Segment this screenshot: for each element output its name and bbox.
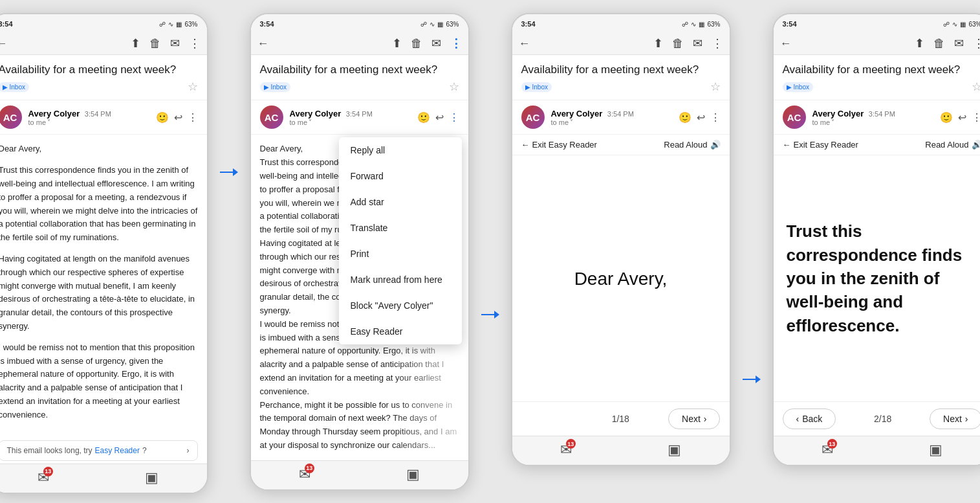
video-nav-icon-3[interactable]: ▣ bbox=[668, 442, 681, 458]
chevron-down-icon-4[interactable]: ˅ bbox=[831, 118, 834, 126]
pagination-counter-4: 2/18 bbox=[874, 414, 891, 424]
next-button-3[interactable]: Next › bbox=[668, 408, 720, 429]
bottom-nav-1: ✉ 13 ▣ bbox=[0, 464, 207, 493]
delete-icon-1[interactable]: 🗑 bbox=[149, 37, 161, 50]
sender-actions-4: 🙂 ↩ ⋮ bbox=[940, 111, 981, 124]
email-header-2: Availability for a meeting next week? ▶ … bbox=[251, 55, 468, 100]
more-icon-3[interactable]: ⋮ bbox=[712, 36, 723, 50]
mail-nav-icon-4[interactable]: ✉ 13 bbox=[822, 442, 833, 458]
archive-icon-4[interactable]: ⬆ bbox=[915, 36, 924, 50]
back-button-2[interactable]: ← bbox=[257, 37, 269, 50]
sender-name-3: Avery Colyer 3:54 PM bbox=[551, 109, 672, 118]
wifi-icon-4: ∿ bbox=[952, 21, 957, 28]
inbox-badge-2: ▶ Inbox bbox=[260, 82, 290, 92]
mail-icon-2[interactable]: ✉ bbox=[431, 36, 441, 50]
menu-item-reply-all[interactable]: Reply all bbox=[339, 137, 462, 163]
star-button-4[interactable]: ☆ bbox=[972, 80, 981, 95]
reply-icon-3[interactable]: ↩ bbox=[697, 111, 705, 124]
mail-nav-icon-3[interactable]: ✉ 13 bbox=[560, 442, 572, 458]
exit-easy-reader-btn-3[interactable]: ← Exit Easy Reader bbox=[521, 140, 597, 150]
more-icon-4[interactable]: ⋮ bbox=[973, 36, 981, 50]
menu-item-translate[interactable]: Translate bbox=[339, 215, 462, 241]
mail-nav-icon-2[interactable]: ✉ 13 bbox=[299, 466, 310, 483]
menu-item-easy-reader[interactable]: Easy Reader bbox=[339, 319, 462, 344]
sender-info-1: Avery Colyer 3:54 PM to me ˅ bbox=[28, 109, 149, 126]
emoji-icon-1[interactable]: 🙂 bbox=[156, 111, 169, 124]
video-nav-icon-2[interactable]: ▣ bbox=[406, 466, 420, 483]
reply-icon-2[interactable]: ↩ bbox=[435, 111, 444, 124]
para-1-1: Trust this correspondence finds you in t… bbox=[0, 164, 198, 245]
delete-icon-2[interactable]: 🗑 bbox=[411, 37, 422, 50]
delete-icon-3[interactable]: 🗑 bbox=[672, 37, 684, 50]
more-icon-sender-3[interactable]: ⋮ bbox=[710, 111, 721, 124]
more-icon-2[interactable]: ⋮ bbox=[450, 36, 462, 50]
reply-icon-1[interactable]: ↩ bbox=[174, 111, 182, 124]
para-4-2: Perchance, might it be possible for us t… bbox=[260, 399, 459, 453]
emoji-icon-2[interactable]: 🙂 bbox=[417, 111, 430, 124]
email-header-1: Availability for a meeting next week? ▶ … bbox=[0, 55, 207, 100]
exit-easy-reader-btn-4[interactable]: ← Exit Easy Reader bbox=[783, 140, 858, 150]
sender-time-2: 3:54 PM bbox=[346, 110, 373, 118]
more-icon-sender-2[interactable]: ⋮ bbox=[449, 111, 459, 124]
time-3: 3:54 bbox=[521, 20, 536, 28]
mail-nav-icon-1[interactable]: ✉ 13 bbox=[38, 469, 49, 486]
arrow-line-3 bbox=[743, 375, 761, 383]
more-icon-1[interactable]: ⋮ bbox=[189, 36, 201, 50]
menu-item-add-star[interactable]: Add star bbox=[339, 189, 462, 215]
sender-name-2: Avery Colyer 3:54 PM bbox=[290, 109, 411, 118]
time-2: 3:54 bbox=[260, 20, 274, 28]
menu-item-mark-unread[interactable]: Mark unread from here bbox=[339, 267, 462, 293]
status-bar-2: 3:54 ☍ ∿ ▦ 63% bbox=[251, 14, 468, 32]
more-icon-sender-1[interactable]: ⋮ bbox=[188, 111, 198, 124]
chevron-down-icon-1[interactable]: ˅ bbox=[47, 118, 50, 126]
back-button-4[interactable]: ← bbox=[780, 37, 792, 50]
inbox-arrow-icon-2: ▶ bbox=[264, 83, 269, 91]
star-button-1[interactable]: ☆ bbox=[188, 80, 198, 95]
mail-icon-3[interactable]: ✉ bbox=[693, 36, 702, 50]
more-icon-sender-4[interactable]: ⋮ bbox=[972, 111, 981, 124]
emoji-icon-3[interactable]: 🙂 bbox=[679, 111, 691, 124]
mail-icon-4[interactable]: ✉ bbox=[954, 36, 964, 50]
notif-badge-2: 13 bbox=[305, 464, 314, 473]
easy-reader-banner-1[interactable]: This email looks long, try Easy Reader ?… bbox=[0, 440, 198, 461]
sender-time-3: 3:54 PM bbox=[607, 110, 634, 118]
chevron-down-icon-3[interactable]: ˅ bbox=[570, 118, 573, 126]
read-aloud-btn-4[interactable]: Read Aloud 🔊 bbox=[925, 140, 980, 150]
menu-item-print[interactable]: Print bbox=[339, 241, 462, 267]
easy-reader-link-1[interactable]: Easy Reader bbox=[95, 446, 140, 455]
pagination-counter-3: 1/18 bbox=[612, 414, 629, 424]
sim-icon: ☍ bbox=[159, 21, 166, 28]
toolbar-1: ← ⬆ 🗑 ✉ ⋮ bbox=[0, 32, 207, 55]
next-button-4[interactable]: Next › bbox=[930, 408, 980, 429]
back-button-1[interactable]: ← bbox=[0, 37, 8, 50]
archive-icon-1[interactable]: ⬆ bbox=[131, 36, 140, 50]
menu-item-forward[interactable]: Forward bbox=[339, 163, 462, 189]
archive-icon-3[interactable]: ⬆ bbox=[653, 36, 663, 50]
reply-icon-4[interactable]: ↩ bbox=[958, 111, 966, 124]
archive-icon-2[interactable]: ⬆ bbox=[392, 36, 402, 50]
sender-actions-3: 🙂 ↩ ⋮ bbox=[679, 111, 721, 124]
back-button-pagination-4[interactable]: ‹ Back bbox=[783, 408, 836, 429]
sender-actions-2: 🙂 ↩ ⋮ bbox=[417, 111, 459, 124]
email-title-2: Availability for a meeting next week? ▶ … bbox=[260, 63, 459, 95]
speaker-icon-4: 🔊 bbox=[972, 140, 981, 150]
read-aloud-btn-3[interactable]: Read Aloud 🔊 bbox=[664, 140, 720, 150]
chevron-right-icon-banner: › bbox=[187, 446, 190, 455]
emoji-icon-4[interactable]: 🙂 bbox=[940, 111, 953, 124]
menu-item-block[interactable]: Block "Avery Colyer" bbox=[339, 293, 462, 319]
status-bar-4: 3:54 ☍ ∿ ▦ 63% bbox=[774, 14, 981, 32]
star-button-2[interactable]: ☆ bbox=[449, 80, 459, 95]
easy-reader-content-4: Trust this correspondence finds you in t… bbox=[774, 155, 981, 401]
video-nav-icon-1[interactable]: ▣ bbox=[145, 469, 158, 486]
video-nav-icon-4[interactable]: ▣ bbox=[929, 442, 942, 458]
back-button-3[interactable]: ← bbox=[519, 37, 530, 50]
chevron-right-icon-next-3: › bbox=[704, 414, 707, 424]
chevron-down-icon-2[interactable]: ˅ bbox=[309, 118, 312, 126]
phone-1: 3:54 ☍ ∿ ▦ 63% ← ⬆ 🗑 ✉ ⋮ Availability fo… bbox=[0, 13, 208, 494]
mail-icon-1[interactable]: ✉ bbox=[170, 36, 180, 50]
email-header-3: Availability for a meeting next week? ▶ … bbox=[512, 55, 730, 100]
delete-icon-4[interactable]: 🗑 bbox=[933, 37, 945, 50]
email-body-1: Dear Avery, Trust this correspondence fi… bbox=[0, 135, 207, 437]
star-button-3[interactable]: ☆ bbox=[710, 80, 721, 95]
email-title-4: Availability for a meeting next week? ▶ … bbox=[783, 63, 981, 95]
